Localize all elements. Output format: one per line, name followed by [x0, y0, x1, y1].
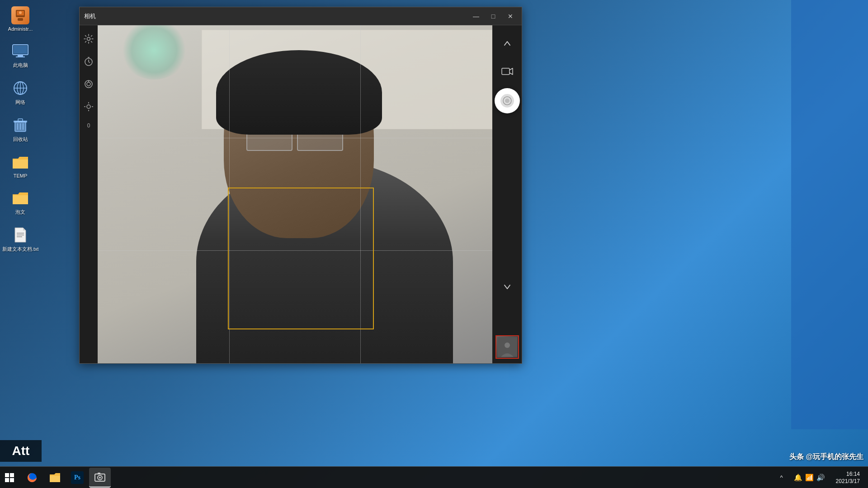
svg-rect-41: [5, 478, 9, 482]
camera-right-sidebar: [492, 25, 522, 363]
svg-rect-40: [10, 473, 14, 477]
desktop-icon-admin[interactable]: Administr...: [6, 5, 34, 33]
camera-window: 相机 — □ ✕: [79, 7, 522, 364]
exposure-button[interactable]: [82, 100, 95, 113]
temp-label: TEMP: [14, 173, 28, 178]
network-icon: [11, 79, 29, 97]
minimize-button[interactable]: —: [469, 11, 483, 22]
camera-viewport: [98, 25, 492, 363]
desktop-icon-recycle[interactable]: 回收站: [9, 114, 31, 145]
chevron-up-button[interactable]: [498, 34, 516, 52]
fanwen-folder-icon: [11, 189, 29, 207]
maximize-button[interactable]: □: [486, 11, 500, 22]
window-controls: — □ ✕: [469, 11, 517, 22]
clock-date: 2021/3/17: [836, 478, 860, 484]
person-hair: [216, 50, 382, 135]
clock-time: 16:14: [846, 471, 860, 477]
svg-rect-34: [502, 68, 509, 75]
svg-point-21: [87, 38, 90, 41]
taskbar-photoshop[interactable]: Ps: [66, 468, 88, 488]
svg-rect-42: [10, 478, 14, 482]
temp-folder-icon: [11, 153, 29, 171]
settings-button[interactable]: [82, 32, 95, 46]
photo-thumbnail[interactable]: [495, 335, 519, 359]
computer-icon: [11, 42, 29, 60]
admin-label: Administr...: [8, 26, 33, 32]
admin-icon: [11, 6, 29, 24]
taskbar-camera[interactable]: [89, 468, 111, 488]
svg-point-29: [87, 105, 90, 108]
svg-point-36: [505, 99, 509, 103]
svg-rect-5: [14, 46, 27, 54]
desktop-icons-container: Administr... 此电脑: [0, 0, 41, 254]
tray-apps[interactable]: 🔔 📶 🔊: [790, 467, 829, 488]
desktop-icon-newfile[interactable]: 新建文本文档.txt: [0, 224, 40, 254]
video-mode-button[interactable]: [498, 62, 516, 80]
desktop-icon-network[interactable]: 网络: [9, 77, 31, 108]
taskbar-firefox[interactable]: [21, 468, 43, 488]
system-tray[interactable]: ^: [777, 467, 787, 488]
network-tray-icon: 📶: [805, 474, 814, 482]
thumbnail-image: [496, 336, 518, 358]
window-title: 相机: [84, 12, 96, 20]
camera-content: 0: [80, 25, 522, 363]
svg-line-24: [89, 62, 90, 63]
svg-rect-39: [5, 473, 9, 477]
fanwen-label: 泡文: [15, 209, 25, 216]
svg-rect-47: [98, 473, 100, 474]
svg-rect-7: [16, 56, 25, 57]
notification-icon: 🔔: [794, 474, 802, 482]
taskbar: Ps ^ 🔔 📶 🔊 16:1: [0, 466, 868, 488]
att-label: Att: [0, 440, 42, 462]
volume-icon: 🔊: [816, 474, 825, 482]
svg-point-2: [19, 11, 22, 14]
network-label: 网络: [15, 99, 25, 106]
camera-left-sidebar: 0: [80, 25, 98, 363]
right-panel: [791, 0, 868, 429]
timer-button[interactable]: [82, 55, 95, 68]
svg-point-46: [99, 477, 101, 479]
taskbar-items: Ps: [19, 467, 113, 488]
desktop-icon-computer[interactable]: 此电脑: [9, 40, 31, 70]
desktop: Administr... 此电脑: [0, 0, 868, 488]
taskbar-right: ^ 🔔 📶 🔊 16:14 2021/3/17: [777, 467, 868, 488]
taskbar-clock[interactable]: 16:14 2021/3/17: [832, 467, 863, 488]
camera-photo-area: [98, 25, 492, 363]
taskbar-explorer[interactable]: [44, 468, 66, 488]
computer-label: 此电脑: [13, 62, 28, 69]
recycle-label: 回收站: [13, 136, 28, 143]
watermark: 头条 @玩手机的张先生: [789, 452, 863, 462]
tray-chevron: ^: [780, 474, 783, 481]
start-button[interactable]: [0, 468, 19, 488]
exposure-value: 0: [87, 122, 90, 129]
shutter-inner: [500, 94, 514, 108]
chevron-down-button[interactable]: [498, 278, 516, 296]
desktop-icon-fanwen[interactable]: 泡文: [9, 187, 31, 217]
svg-rect-6: [18, 55, 23, 56]
desktop-icon-temp[interactable]: TEMP: [9, 151, 31, 180]
svg-rect-3: [18, 18, 23, 21]
shutter-button[interactable]: [495, 88, 520, 113]
window-titlebar: 相机 — □ ✕: [80, 7, 522, 25]
svg-rect-14: [18, 119, 23, 121]
svg-point-27: [87, 82, 90, 86]
newfile-label: 新建文本文档.txt: [2, 246, 38, 253]
close-button[interactable]: ✕: [504, 11, 517, 22]
recycle-icon: [11, 116, 29, 134]
filter-button[interactable]: [82, 77, 95, 91]
newfile-icon: [11, 226, 29, 244]
svg-point-38: [505, 343, 510, 348]
